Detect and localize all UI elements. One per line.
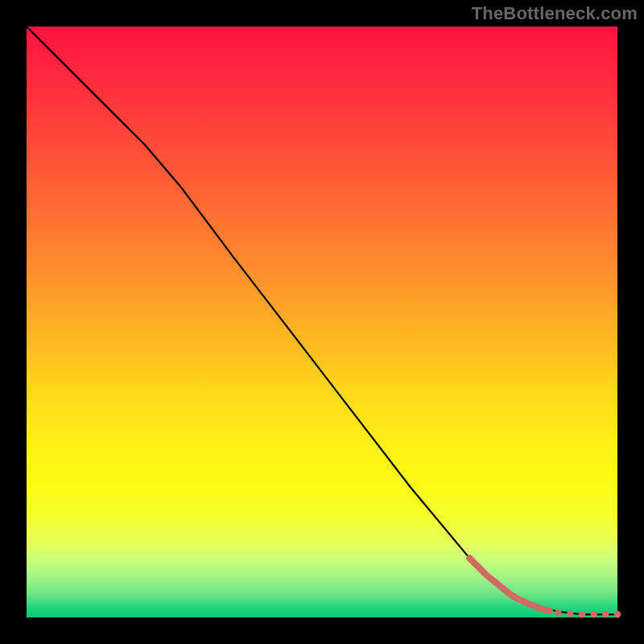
chart-svg xyxy=(27,27,617,617)
highlight-tail-dot xyxy=(590,611,597,617)
highlight-tail-dot xyxy=(492,579,498,585)
highlight-tail-dot xyxy=(466,555,473,561)
highlight-tail-dot xyxy=(528,601,535,608)
highlight-tail-line xyxy=(470,559,550,611)
highlight-tail-group xyxy=(466,555,621,617)
watermark-text: TheBottleneck.com xyxy=(472,3,638,24)
highlight-tail-dot xyxy=(614,611,621,617)
highlight-tail-dot xyxy=(567,610,573,617)
highlight-tail-dot xyxy=(602,611,609,617)
bottleneck-curve xyxy=(27,27,617,614)
chart-frame: TheBottleneck.com xyxy=(0,0,644,644)
plot-area xyxy=(27,27,617,617)
highlight-tail-dot xyxy=(510,593,517,600)
highlight-tail-dot xyxy=(546,608,552,614)
highlight-tail-dot xyxy=(579,611,585,617)
highlight-tail-dot xyxy=(555,609,561,616)
